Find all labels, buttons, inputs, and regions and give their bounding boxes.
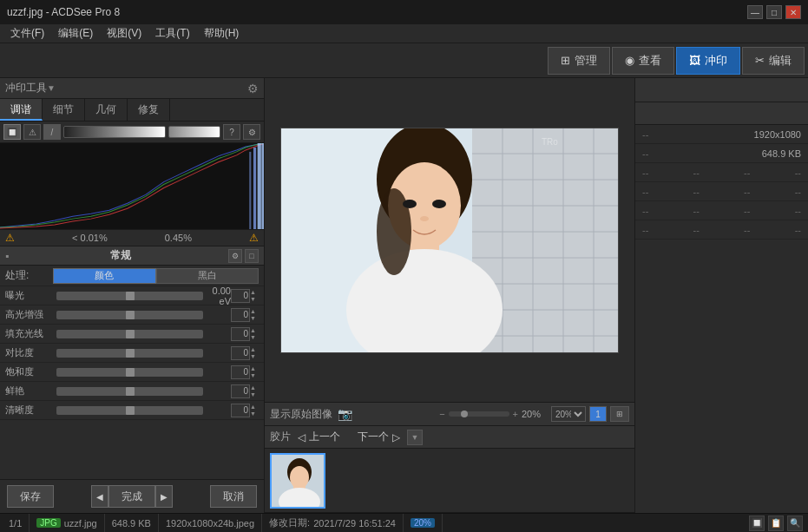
section-expand-icon[interactable]: □ xyxy=(245,249,259,263)
window-controls: — □ ✕ xyxy=(747,5,801,19)
clarity-up[interactable]: ▲ xyxy=(250,404,259,410)
maximize-button[interactable]: □ xyxy=(766,5,782,19)
exposure-label: 曝光 xyxy=(5,289,53,302)
menu-view[interactable]: 视图(V) xyxy=(100,24,148,43)
color-button[interactable]: 颜色 xyxy=(53,268,156,284)
contrast-slider[interactable] xyxy=(56,349,203,358)
menu-edit[interactable]: 编辑(E) xyxy=(51,24,100,43)
camera-icon[interactable]: 📷 xyxy=(338,407,352,421)
edit-icon: ✂ xyxy=(755,54,765,67)
next-nav-button[interactable]: ▶ xyxy=(155,485,173,508)
status-icon-2[interactable]: 📋 xyxy=(768,516,784,531)
left-warning-value: < 0.01% xyxy=(72,233,108,243)
tabs-row: 调谐 细节 几何 修复 xyxy=(0,99,264,122)
fit-to-window-button[interactable]: ⊞ xyxy=(610,406,629,422)
info-dash-5c: -- xyxy=(744,206,750,216)
print-button[interactable]: 🖼 冲印 xyxy=(676,47,740,75)
tab-detail[interactable]: 细节 xyxy=(43,99,85,121)
mono-button[interactable]: 黑白 xyxy=(156,268,259,284)
thumbnail-item[interactable] xyxy=(270,453,325,509)
hist-settings-icon[interactable]: ⚙ xyxy=(243,124,260,140)
svg-point-25 xyxy=(403,200,417,208)
filmstrip-sep xyxy=(344,430,354,444)
zoom-minus-button[interactable]: − xyxy=(439,409,444,419)
clarity-slider[interactable] xyxy=(56,406,203,415)
minimize-button[interactable]: — xyxy=(747,5,763,19)
info-dash-5a: -- xyxy=(642,206,648,216)
menu-tools[interactable]: 工具(T) xyxy=(148,24,196,43)
highlight-slider[interactable] xyxy=(56,311,203,319)
highlight-row: 高光增强 0 ▲▼ xyxy=(0,305,264,325)
highlight-spinbox[interactable]: 0 xyxy=(231,308,250,322)
vibrance-down[interactable]: ▼ xyxy=(250,391,259,398)
clarity-spinbox[interactable]: 0 xyxy=(231,404,250,417)
highlight-up[interactable]: ▲ xyxy=(250,308,259,315)
section-icons: ⚙ □ xyxy=(228,249,259,263)
exposure-spinbox[interactable]: 0 xyxy=(231,289,250,303)
info-row-4: -- -- -- -- xyxy=(635,182,808,201)
hist-white-slider[interactable] xyxy=(168,126,220,138)
info-dash-5b: -- xyxy=(693,206,700,216)
vibrance-up[interactable]: ▲ xyxy=(250,384,259,391)
info-dash-3a: -- xyxy=(642,167,648,178)
contrast-spinbox[interactable]: 0 xyxy=(231,346,250,360)
save-button[interactable]: 保存 xyxy=(7,485,54,508)
tab-tone[interactable]: 调谐 xyxy=(0,99,43,121)
info-dash-3b: -- xyxy=(693,167,700,178)
settings-icon[interactable]: ⚙ xyxy=(247,82,259,95)
histogram-bottom: ⚠ < 0.01% 0.45% ⚠ xyxy=(0,230,264,246)
exposure-down[interactable]: ▼ xyxy=(250,296,259,303)
info-dash-4d: -- xyxy=(795,187,801,197)
clarity-down[interactable]: ▼ xyxy=(250,410,259,417)
hist-channel-all[interactable]: 🔲 xyxy=(3,124,21,140)
panel-title: 冲印工具 xyxy=(5,81,47,95)
left-panel: 冲印工具 ▼ ⚙ 调谐 细节 几何 修复 🔲 ⚠ / ? ⚙ xyxy=(0,78,265,513)
close-button[interactable]: ✕ xyxy=(785,5,801,19)
zoom-select[interactable]: 20% 50% 100% xyxy=(551,406,586,422)
panel-dropdown-icon[interactable]: ▼ xyxy=(47,83,56,93)
zoom-plus-button[interactable]: + xyxy=(513,409,518,419)
tab-repair[interactable]: 修复 xyxy=(128,99,170,121)
fill-down[interactable]: ▼ xyxy=(250,334,259,341)
fill-spinbox[interactable]: 0 xyxy=(231,327,250,341)
section-collapse-icon[interactable]: ▪ xyxy=(5,250,9,262)
page-1-button[interactable]: 1 xyxy=(589,406,607,422)
hist-warning-icon[interactable]: ⚠ xyxy=(23,124,41,140)
menu-help[interactable]: 帮助(H) xyxy=(197,24,246,43)
finish-button[interactable]: 完成 xyxy=(108,485,155,508)
menu-file[interactable]: 文件(F) xyxy=(3,24,51,43)
exposure-slider[interactable] xyxy=(56,292,203,300)
hist-help-icon[interactable]: ? xyxy=(223,124,240,140)
status-icon-3[interactable]: 🔍 xyxy=(787,516,803,531)
fill-slider[interactable] xyxy=(56,330,203,338)
saturation-up[interactable]: ▲ xyxy=(250,365,259,372)
filesize-value: 648.9 KB xyxy=(112,518,151,529)
saturation-slider[interactable] xyxy=(56,368,203,377)
saturation-spinbox[interactable]: 0 xyxy=(231,365,250,379)
saturation-down[interactable]: ▼ xyxy=(250,372,259,379)
manage-button[interactable]: ⊞ 管理 xyxy=(548,47,610,75)
filmstrip-dropdown[interactable]: ▼ xyxy=(407,430,423,445)
cancel-button[interactable]: 取消 xyxy=(210,485,257,508)
status-icon-1[interactable]: 🔲 xyxy=(749,516,765,531)
fill-up[interactable]: ▲ xyxy=(250,327,259,334)
contrast-down[interactable]: ▼ xyxy=(250,353,259,360)
view-button[interactable]: ◉ 查看 xyxy=(612,47,674,75)
info-row-1: -- 1920x1080 xyxy=(635,125,808,144)
edit-button[interactable]: ✂ 编辑 xyxy=(742,47,805,75)
tab-geometry[interactable]: 几何 xyxy=(85,99,128,121)
filmstrip-prev-button[interactable]: 上一个 xyxy=(309,430,340,444)
dimensions-value: 1920x1080x24b.jpeg xyxy=(166,518,254,529)
hist-black-slider[interactable] xyxy=(63,126,166,138)
zoom-slider[interactable] xyxy=(449,411,509,417)
vibrance-spinbox[interactable]: 0 xyxy=(231,384,250,398)
section-settings-icon[interactable]: ⚙ xyxy=(228,249,242,263)
hist-line-icon[interactable]: / xyxy=(43,124,61,140)
prev-nav-button[interactable]: ◀ xyxy=(91,485,108,508)
vibrance-slider[interactable] xyxy=(56,387,203,396)
filmstrip-next-button[interactable]: 下一个 xyxy=(358,430,389,444)
exposure-up[interactable]: ▲ xyxy=(250,289,259,296)
contrast-up[interactable]: ▲ xyxy=(250,346,259,353)
status-dimensions: 1920x1080x24b.jpeg xyxy=(159,514,262,532)
highlight-down[interactable]: ▼ xyxy=(250,315,259,322)
